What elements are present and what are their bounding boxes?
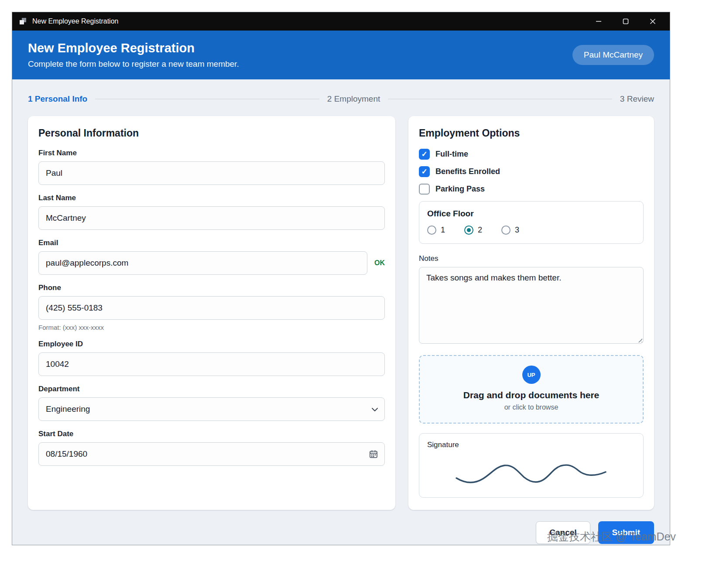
employee-id-label: Employee ID [38,340,385,349]
email-validation-status: OK [374,259,385,267]
signature-stroke [453,451,610,491]
start-date-input[interactable] [38,442,385,466]
parking-pass-checkbox-row: Parking Pass [419,184,644,195]
office-floor-option-3[interactable]: 3 [501,226,519,235]
employee-id-field-group: Employee ID [38,340,385,376]
step-connector [388,99,612,99]
dropzone-subtitle: or click to browse [428,403,634,411]
parking-pass-checkbox[interactable] [419,184,430,195]
step-employment[interactable]: 2 Employment [327,94,380,104]
close-button[interactable] [639,12,666,31]
step-personal-info[interactable]: 1 Personal Info [28,94,87,104]
dropzone-title: Drag and drop documents here [428,390,634,400]
page-title: New Employee Registration [28,41,239,55]
app-icon [19,17,27,25]
office-floor-option-2[interactable]: 2 [464,226,482,235]
department-select[interactable]: Engineering [38,397,385,421]
calendar-icon[interactable] [369,450,378,458]
radio-label-2: 2 [478,226,482,235]
radio-button-2[interactable] [464,226,473,235]
department-label: Department [38,385,385,393]
employment-options-card: Employment Options Full-time Benefits En… [408,116,654,510]
maximize-button[interactable] [612,12,639,31]
personal-information-card: Personal Information First Name Last Nam… [28,116,395,510]
benefits-enrolled-checkbox-row: Benefits Enrolled [419,166,644,177]
full-time-checkbox-row: Full-time [419,149,644,160]
employee-id-input[interactable] [38,352,385,376]
department-field-group: Department Engineering [38,385,385,421]
page-subtitle: Complete the form below to register a ne… [28,59,239,69]
phone-field-group: Phone Format: (xxx) xxx-xxxx [38,284,385,331]
content-area: 1 Personal Info 2 Employment 3 Review Pe… [12,79,670,545]
email-field-group: Email OK [38,239,385,275]
document-dropzone[interactable]: UP Drag and drop documents here or click… [419,355,644,424]
watermark: 掘金技术社区 @ TeamDev [547,530,676,544]
phone-format-hint: Format: (xxx) xxx-xxxx [38,324,385,331]
radio-button-1[interactable] [427,226,436,235]
notes-textarea[interactable]: Takes songs and makes them better. [419,267,644,344]
first-name-field-group: First Name [38,149,385,185]
phone-label: Phone [38,284,385,292]
radio-label-1: 1 [441,226,445,235]
full-time-label: Full-time [435,150,468,159]
first-name-input[interactable] [38,161,385,185]
chevron-down-icon [371,404,378,414]
email-label: Email [38,239,385,247]
parking-pass-label: Parking Pass [435,185,485,194]
personal-info-title: Personal Information [38,127,385,139]
first-name-label: First Name [38,149,385,157]
last-name-field-group: Last Name [38,194,385,230]
radio-label-3: 3 [515,226,519,235]
last-name-input[interactable] [38,206,385,230]
office-floor-group: Office Floor 1 2 3 [419,201,644,244]
office-floor-option-1[interactable]: 1 [427,226,445,235]
signature-pad[interactable] [427,451,635,491]
app-window: New Employee Registration New Employee R… [12,12,670,545]
employment-options-title: Employment Options [419,127,644,139]
page-header: New Employee Registration Complete the f… [12,31,670,79]
benefits-enrolled-label: Benefits Enrolled [435,167,500,176]
signature-label: Signature [427,441,635,449]
step-connector [95,99,319,99]
step-indicator: 1 Personal Info 2 Employment 3 Review [28,88,654,116]
window-title: New Employee Registration [32,17,118,25]
phone-input[interactable] [38,296,385,320]
email-input[interactable] [38,251,367,275]
department-selected-value: Engineering [46,404,90,414]
signature-box: Signature [419,433,644,498]
user-badge[interactable]: Paul McCartney [572,45,654,65]
notes-label: Notes [419,254,644,263]
title-bar: New Employee Registration [12,12,670,31]
last-name-label: Last Name [38,194,385,202]
start-date-label: Start Date [38,430,385,438]
step-review[interactable]: 3 Review [620,94,654,104]
full-time-checkbox[interactable] [419,149,430,160]
start-date-field-group: Start Date [38,430,385,466]
minimize-button[interactable] [585,12,612,31]
radio-button-3[interactable] [501,226,511,235]
upload-icon: UP [522,366,541,384]
office-floor-title: Office Floor [427,209,635,219]
benefits-enrolled-checkbox[interactable] [419,166,430,177]
